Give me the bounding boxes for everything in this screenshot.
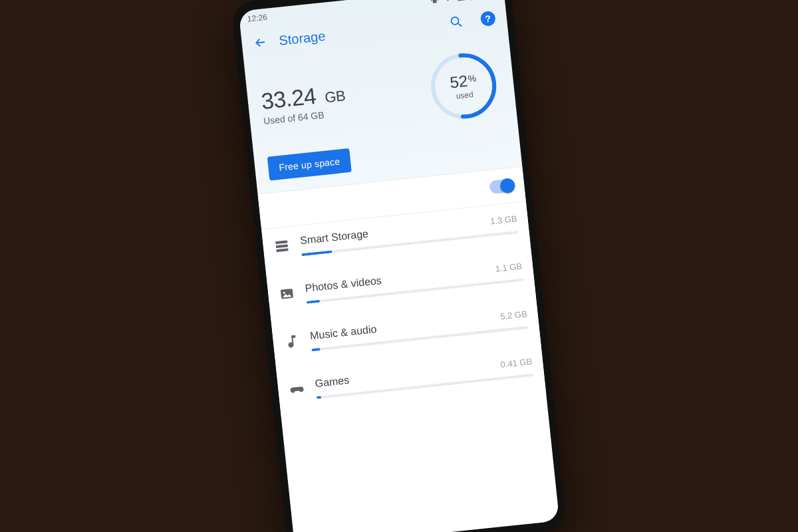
cell-signal-icon (456, 0, 466, 2)
svg-rect-6 (276, 244, 288, 248)
smart-storage-toggle[interactable] (489, 178, 514, 194)
help-icon: ? (480, 11, 496, 27)
category-size: 1.3 GB (489, 213, 517, 226)
usage-ring: 52 % used (424, 46, 504, 126)
vibrate-icon (430, 0, 440, 5)
screen: 12:26 70% Storage (239, 0, 560, 532)
category-size: 5.2 GB (500, 309, 528, 321)
phone-frame: 12:26 70% Storage (231, 0, 567, 532)
category-label: Music & audio (309, 323, 377, 342)
svg-rect-8 (281, 289, 293, 299)
category-size: 0.41 GB (500, 356, 533, 370)
used-amount-unit: GB (324, 87, 346, 106)
category-bar-fill (311, 348, 320, 351)
music-icon (283, 332, 301, 350)
image-icon (278, 285, 295, 303)
wifi-icon (443, 0, 453, 3)
category-label: Smart Storage (299, 228, 368, 247)
category-label: Photos & videos (305, 275, 382, 295)
page-title: Storage (278, 28, 326, 48)
svg-rect-7 (276, 248, 288, 252)
used-amount-value: 33.24 (260, 82, 317, 113)
svg-rect-0 (469, 0, 476, 1)
battery-icon (469, 0, 476, 1)
category-bar-fill (307, 300, 320, 304)
ring-center: 52 % used (424, 46, 504, 126)
storage-icon (273, 237, 291, 255)
ring-pct-sign: % (467, 72, 477, 84)
summary-left: 33.24 GB Used of 64 GB (260, 72, 416, 126)
svg-rect-5 (275, 240, 287, 244)
category-bar-fill (301, 250, 332, 256)
search-button[interactable] (442, 7, 471, 37)
category-bar-fill (317, 396, 321, 399)
category-label: Games (315, 374, 350, 390)
free-up-space-button[interactable]: Free up space (267, 148, 352, 181)
game-icon (288, 380, 305, 398)
category-list: Smart Storage1.3 GBPhotos & videos1.1 GB… (261, 202, 546, 420)
ring-pct-value: 52 (449, 72, 468, 92)
ring-pct: 52 % (449, 70, 477, 92)
svg-point-2 (451, 17, 459, 25)
ring-pct-label: used (456, 90, 473, 101)
help-button[interactable]: ? (473, 4, 503, 33)
back-button[interactable] (246, 28, 275, 57)
status-time: 12:26 (247, 13, 267, 24)
category-size: 1.1 GB (495, 261, 523, 274)
